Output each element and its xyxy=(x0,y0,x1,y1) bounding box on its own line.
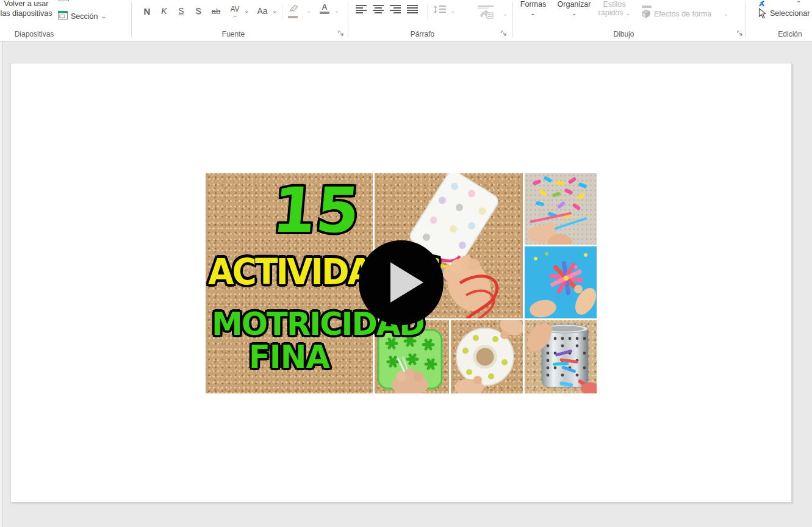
change-case-button[interactable]: Aa xyxy=(254,4,271,18)
highlighter-icon xyxy=(288,4,300,13)
group-separator xyxy=(512,2,513,37)
thumb-tile-straws xyxy=(525,173,597,245)
group-label-diapositivas: Diapositivas xyxy=(7,30,61,38)
justify-button[interactable] xyxy=(407,5,419,16)
convert-to-smartart-button[interactable] xyxy=(480,8,494,22)
chevron-down-icon[interactable]: ⌄ xyxy=(272,8,277,14)
shape-effects-button[interactable] xyxy=(641,9,651,21)
underline-button[interactable]: S xyxy=(173,4,189,18)
align-right-button[interactable] xyxy=(390,5,402,16)
highlighter-button[interactable] xyxy=(288,4,300,18)
separator xyxy=(427,4,428,19)
thumb-number: 15 xyxy=(270,179,362,242)
chevron-down-icon: ⌄ xyxy=(724,11,728,17)
select-button[interactable]: Seleccionar xyxy=(758,8,810,19)
italic-button[interactable]: K xyxy=(156,4,172,18)
highlight-color-bar xyxy=(288,16,298,18)
section-label: Sección xyxy=(71,12,98,21)
reuse-slides-label-line2: las diapositivas xyxy=(0,9,65,18)
line-spacing-button[interactable] xyxy=(433,5,447,16)
shapes-button[interactable]: Formas xyxy=(516,0,551,9)
arrange-button[interactable]: Organizar xyxy=(552,0,596,9)
video-frame[interactable]: 15 ACTIVIDADES MOTRICIDAD FINA xyxy=(206,173,597,393)
section-icon xyxy=(58,11,68,22)
workspace: 15 ACTIVIDADES MOTRICIDAD FINA xyxy=(0,41,812,527)
reset-slide-icon xyxy=(59,0,69,1)
align-center-button[interactable] xyxy=(373,5,385,16)
separator xyxy=(282,4,282,19)
parrafo-dialog-launcher[interactable] xyxy=(500,30,508,37)
play-icon xyxy=(390,262,423,303)
reuse-slides-label-line1: Volver a usar xyxy=(0,0,65,9)
reuse-slides-button[interactable]: Volver a usar las diapositivas xyxy=(0,0,65,18)
cursor-icon xyxy=(758,8,766,19)
font-color-glyph: A xyxy=(320,3,329,11)
font-color-bar xyxy=(320,12,329,14)
chevron-down-icon: ⌄ xyxy=(572,10,577,16)
thumb-tile-sticks xyxy=(525,246,597,318)
play-button[interactable] xyxy=(359,240,444,325)
chevron-down-icon: ⌄ xyxy=(530,10,535,16)
thumb-tile-metal-cup xyxy=(525,320,597,393)
bold-button[interactable]: N xyxy=(139,4,155,18)
character-spacing-button[interactable]: AV ↔ xyxy=(226,4,244,18)
group-label-fuente: Fuente xyxy=(207,30,259,38)
slide-panel-edge xyxy=(0,41,2,527)
select-label: Seleccionar xyxy=(770,9,810,18)
ribbon: Volver a usar las diapositivas Restablec… xyxy=(0,0,812,41)
quick-styles-line1: Estilos xyxy=(597,0,632,9)
chevron-down-icon[interactable]: ⌄ xyxy=(244,8,249,14)
reset-slide-label: Restablecer xyxy=(72,0,113,1)
align-left-button[interactable] xyxy=(356,5,368,16)
character-spacing-arrows-icon: ↔ xyxy=(231,13,239,18)
section-button[interactable]: Sección ⌄ xyxy=(58,11,106,22)
thumb-tile-cd xyxy=(451,320,523,393)
dibujo-dialog-launcher[interactable] xyxy=(736,30,744,37)
thumb-title-line3: FINA xyxy=(206,342,373,373)
group-label-parrafo: Párrafo xyxy=(397,30,448,38)
quick-styles-line2: rápidos ⌄ xyxy=(597,9,632,17)
group-label-edicion: Edición xyxy=(766,30,812,38)
fuente-dialog-launcher[interactable] xyxy=(337,30,345,37)
chevron-down-icon[interactable]: ⌄ xyxy=(503,11,508,17)
shape-effects-icon xyxy=(641,9,651,18)
group-label-dibujo: Dibujo xyxy=(598,30,650,38)
strikethrough-button[interactable]: ab xyxy=(207,4,225,18)
chevron-down-icon: ⌄ xyxy=(625,10,630,16)
chevron-down-icon[interactable]: ⌄ xyxy=(450,8,455,14)
quick-styles-button[interactable]: Estilos rápidos ⌄ xyxy=(597,0,632,17)
chevron-down-icon[interactable]: ⌄ xyxy=(334,8,339,14)
font-color-button[interactable]: A xyxy=(320,3,329,14)
chevron-down-icon: ⌄ xyxy=(796,0,801,4)
chevron-down-icon[interactable]: ⌄ xyxy=(306,8,311,14)
shape-effects-label[interactable]: Efectos de forma xyxy=(654,10,712,18)
group-separator xyxy=(131,2,132,37)
group-separator xyxy=(746,2,746,37)
text-shadow-button[interactable]: S xyxy=(190,4,206,18)
chevron-down-icon: ⌄ xyxy=(101,13,106,20)
group-separator xyxy=(348,2,348,37)
slide-canvas[interactable]: 15 ACTIVIDADES MOTRICIDAD FINA xyxy=(10,63,792,503)
